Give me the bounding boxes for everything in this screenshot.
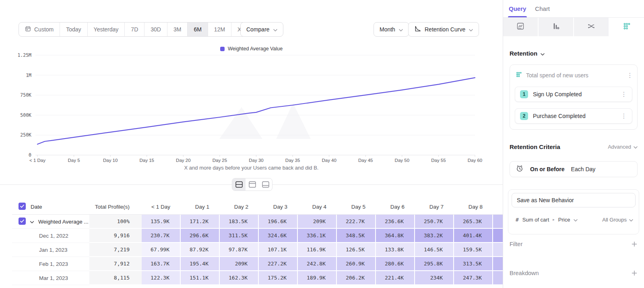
- behavior-header[interactable]: Total spend of new users ⋮: [516, 70, 634, 81]
- retention-value-cell-clipped: [493, 257, 503, 271]
- x-tick-label: Day 15: [129, 158, 165, 163]
- save-as-new-behavior-button[interactable]: Save as New Behavior: [512, 193, 636, 207]
- funnels-icon: [552, 22, 560, 32]
- x-tick-label: Day 50: [384, 158, 420, 163]
- retention-value-cell: 227.2K: [259, 257, 298, 271]
- table-row-label: Dec 1, 2022: [12, 229, 89, 243]
- retention-chart-type-button[interactable]: [609, 18, 644, 36]
- report-section-dropdown[interactable]: Retention: [510, 50, 545, 57]
- table-row-label: Jan 1, 2023: [12, 243, 89, 257]
- table-header-day-column: Day 6: [376, 199, 415, 215]
- retention-value-cell: 97.87K: [220, 243, 259, 257]
- x-axis-caption: X and more days before your Users came b…: [0, 165, 503, 171]
- behavior-save-card: Save as New Behavior # Sum of cart ▸ Pri…: [508, 189, 639, 234]
- step-kebab-menu[interactable]: ⋮: [620, 91, 628, 98]
- retention-value-cell: 336.1K: [298, 229, 337, 243]
- table-header-total-profiles: Total Profile(s): [89, 199, 142, 215]
- retention-criteria-label: Retention Criteria: [510, 143, 560, 150]
- insights-icon: [516, 22, 524, 32]
- breakdown-label: Breakdown: [510, 270, 539, 276]
- retention-value-cell: 295.8K: [415, 257, 454, 271]
- row-label: Dec 1, 2022: [39, 233, 68, 239]
- tab-chart[interactable]: Chart: [535, 0, 550, 17]
- table-only-view-toggle[interactable]: [259, 178, 272, 191]
- retention-value-cell: 116.9K: [298, 243, 337, 257]
- behavior-title: Total spend of new users: [526, 72, 622, 79]
- funnels-chart-type-button[interactable]: [539, 18, 574, 36]
- retention-value-cell-clipped: [493, 215, 503, 229]
- measure-scope-label: All Groups: [602, 217, 627, 223]
- retention-value-cell: 247.3K: [454, 271, 493, 285]
- row-checkbox[interactable]: [19, 218, 26, 226]
- chart-type-switcher: [503, 18, 644, 36]
- retention-value-cell: 260.9K: [337, 257, 376, 271]
- flows-chart-type-button[interactable]: [574, 18, 609, 36]
- x-tick-label: Day 5: [56, 158, 92, 163]
- step-kebab-menu[interactable]: ⋮: [620, 112, 628, 120]
- retention-value-cell: 107.1K: [259, 243, 298, 257]
- x-tick-label: Day 30: [238, 158, 275, 163]
- select-all-checkbox[interactable]: [19, 203, 26, 211]
- retention-value-cell: 171.2K: [181, 215, 220, 229]
- add-filter-button[interactable]: [631, 241, 638, 247]
- retention-criteria-row: Retention Criteria Advanced: [510, 143, 638, 150]
- row-expand-chevron-icon[interactable]: [30, 219, 34, 225]
- retention-value-cell: 209K: [298, 215, 337, 229]
- behavior-card: Total spend of new users ⋮ 1 Sign Up Com…: [510, 64, 638, 130]
- y-tick-label: 250K: [3, 132, 31, 138]
- tab-query[interactable]: Query: [509, 0, 526, 17]
- retention-value-cell-clipped: [493, 243, 503, 257]
- insights-chart-type-button[interactable]: [503, 18, 539, 36]
- add-breakdown-button[interactable]: [631, 270, 638, 276]
- table-header-day-column: < 1 Day: [142, 199, 181, 215]
- retention-value-cell: 122.3K: [142, 271, 181, 285]
- x-tick-label: < 1 Day: [19, 158, 56, 163]
- table-row-label: Mar 1, 2023: [12, 271, 89, 285]
- retention-value-cell: 324.6K: [259, 229, 298, 243]
- layout-toggle-group: [232, 178, 272, 191]
- retention-value-cell: 133.8K: [376, 243, 415, 257]
- split-view-toggle[interactable]: [232, 178, 246, 191]
- retention-icon: [623, 22, 631, 32]
- save-button-label: Save as New Behavior: [517, 197, 574, 203]
- chevron-down-icon: [541, 50, 545, 57]
- y-tick-label: 0: [3, 152, 31, 158]
- retention-value-cell: 221.4K: [376, 271, 415, 285]
- measure-event-label[interactable]: Sum of cart: [522, 217, 549, 223]
- retention-value-cell: 234K: [415, 271, 454, 285]
- criteria-mode-dropdown[interactable]: Advanced: [608, 144, 638, 150]
- step-purchase-completed[interactable]: 2 Purchase Completed ⋮: [515, 108, 632, 124]
- y-tick-label: 500K: [3, 112, 31, 118]
- retention-value-cell: 250.7K: [415, 215, 454, 229]
- retention-value-cell: 313.5K: [454, 257, 493, 271]
- step-number-badge: 1: [520, 90, 528, 98]
- retention-timing-card[interactable]: On or Before Each Day: [510, 161, 638, 177]
- y-tick-label: 750K: [3, 92, 31, 98]
- x-tick-label: Day 40: [311, 158, 347, 163]
- total-profiles-cell: 8,115: [89, 271, 142, 285]
- retention-value-cell: 209K: [220, 257, 259, 271]
- x-tick-label: Day 10: [92, 158, 128, 163]
- measure-property-label[interactable]: Price: [558, 217, 570, 223]
- step-sign-up-completed[interactable]: 1 Sign Up Completed ⋮: [515, 87, 632, 102]
- retention-table: DateTotal Profile(s)< 1 DayDay 1Day 2Day…: [12, 199, 503, 288]
- table-row-label: Weighted Average ...: [12, 215, 89, 229]
- total-profiles-cell: 7,219: [89, 243, 142, 257]
- retention-value-cell: 163.7K: [142, 257, 181, 271]
- retention-value-cell: 175.2K: [259, 271, 298, 285]
- measure-scope-dropdown[interactable]: All Groups: [602, 217, 633, 223]
- table-header-day-column: Day 3: [259, 199, 298, 215]
- alarm-clock-icon: [516, 164, 524, 174]
- breadcrumb-arrow-icon: ▸: [553, 218, 555, 222]
- chart-only-view-toggle[interactable]: [246, 178, 259, 191]
- timing-interval-label: Each Day: [571, 166, 596, 172]
- table-header-day-column: Day 4: [298, 199, 337, 215]
- behavior-kebab-menu[interactable]: ⋮: [626, 72, 634, 79]
- table-header-day-column: Day 1: [181, 199, 220, 215]
- retention-value-cell: 67.99K: [142, 243, 181, 257]
- chevron-down-icon: [634, 144, 638, 150]
- retention-behavior-icon: [516, 71, 522, 79]
- retention-value-cell: 401.4K: [454, 229, 493, 243]
- x-tick-label: Day 25: [202, 158, 238, 163]
- retention-value-cell: 296.6K: [181, 229, 220, 243]
